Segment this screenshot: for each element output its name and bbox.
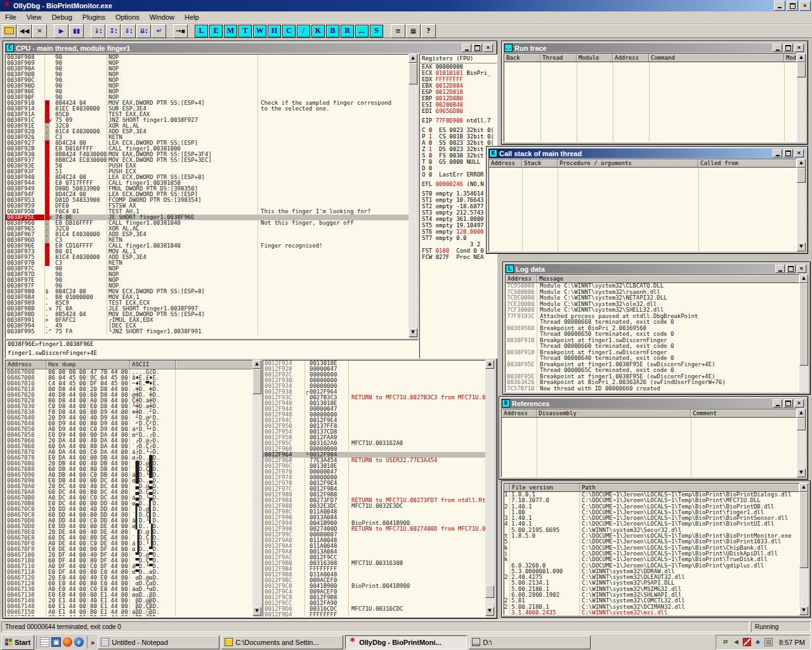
scroll-thumb[interactable] xyxy=(797,62,806,77)
dump-row[interactable]: 00467158C0 E1 44 00D0 E1 44 00└βD.╨βD. xyxy=(6,615,253,617)
disasm-row[interactable]: 0038F98B.v7E 0AJLE SHORT finger1.0038F99… xyxy=(6,306,409,312)
scroll-down-icon[interactable]: ▼ xyxy=(797,242,806,251)
disasm-row[interactable]: 0038F953.D81D 54833900FCOMP DWORD PTR DS… xyxy=(6,197,409,203)
dump-row[interactable]: 004670F0A0 DE 44 00C0 DE 44 00á▐D.└▐D. xyxy=(6,541,253,547)
menu-help[interactable]: Help xyxy=(180,12,204,22)
stack-row[interactable]: 0012F92C 00000000 xyxy=(263,372,486,378)
module-row[interactable]: 25.81C:\WINNT\system32\COMCTL32.dll xyxy=(504,598,799,604)
scroll-thumb[interactable] xyxy=(799,492,808,568)
log-row[interactable]: 7CF30000Module C:\WINNT\system32\SHELL32… xyxy=(506,307,799,314)
menu-file[interactable]: File xyxy=(0,12,22,22)
dump-row[interactable]: 0046710020 DF 44 0040 DF 44 00 ▀D.@▀D. xyxy=(6,552,253,558)
run-trace-scrollbar[interactable]: ▲ xyxy=(797,53,806,142)
stack-row[interactable]: 0012F95C 003162A0MFC71U.003162A0 xyxy=(263,441,486,446)
disasm-row[interactable]: 0038F944.E8 0717FFFFCALL finger1.0038105… xyxy=(6,180,409,186)
tray-device-icon[interactable]: ▤ xyxy=(764,638,773,646)
disasm-row[interactable]: 0038F90F 90NOP xyxy=(6,95,409,100)
start-button[interactable]: Start xyxy=(1,635,34,650)
quicklaunch-internet-explorer-icon[interactable]: e xyxy=(74,637,84,647)
log-row[interactable]: Thread 00000668 terminated, exit code 0 xyxy=(506,319,799,326)
modules-scrollbar[interactable]: ▲ ▼ xyxy=(799,483,808,615)
stack-row[interactable]: 0012F9D0 00316CDCMFC71U.00316CDC xyxy=(263,606,486,612)
disasm-row[interactable]: 0038F95B.F6C4 01TEST AH,1This the finger… xyxy=(6,209,409,215)
scroll-down-icon[interactable]: ▼ xyxy=(252,607,261,616)
stack-row[interactable]: 0012F9CC 0012FA90 xyxy=(263,600,486,606)
restore-button[interactable] xyxy=(787,1,798,11)
taskbar-task-notepad[interactable]: Untitled - Notepad xyxy=(98,635,219,649)
quicklaunch-network-icon[interactable]: ▣ xyxy=(51,637,61,647)
scroll-up-icon[interactable]: ▲ xyxy=(799,483,808,492)
dump-scrollbar[interactable]: ▲ ▼ xyxy=(252,360,261,616)
dump-row[interactable]: 00467010C4 04 45 00DF 04 45 00─♦E.▀♦E. xyxy=(6,381,253,387)
stack-row[interactable]: 0012F9BC 009ACEF0 xyxy=(263,578,486,583)
stack-row[interactable]: 0012F948 00000000 xyxy=(263,412,486,418)
stack-row[interactable]: 0012F958 0012FAA0 xyxy=(263,435,486,441)
stack-row[interactable]: 0012F9A0 011A0048 xyxy=(263,538,486,543)
stack-row[interactable]: 0012F980 0012F9B8 xyxy=(263,492,486,498)
register-line[interactable]: EFL 00000246 (NO,N xyxy=(420,181,497,187)
log-data-titlebar[interactable]: L Log data × xyxy=(505,264,808,274)
dump-row[interactable]: 00467058E0 D9 44 0000 DA 44 00α┘D..┌D. xyxy=(6,432,253,438)
animate-over-icon[interactable]: ⇊: xyxy=(136,24,151,38)
register-line[interactable]: ECX 01010101 BioPri_ xyxy=(420,70,497,76)
log-row[interactable]: 77F9193CAttached process paused at ntdll… xyxy=(506,314,799,320)
register-line[interactable]: O 0 LastErr ERROR xyxy=(420,171,497,178)
run-trace-maximize-button[interactable] xyxy=(783,44,793,52)
register-line[interactable]: D 0 xyxy=(420,165,497,171)
quicklaunch-media-player-icon[interactable] xyxy=(63,637,72,647)
dump-row[interactable]: 0046710860 DF 44 0080 DF 44 00`▀D.Ç▀D. xyxy=(6,558,253,564)
disasm-row[interactable]: 0038F91A.85C0TEST EAX,EAX xyxy=(6,112,409,117)
minimize-button[interactable] xyxy=(774,1,785,11)
disasm-row[interactable]: 0038F940.8D4C24 08LEA ECX,DWORD PTR SS:[… xyxy=(6,175,409,180)
module-row[interactable]: 5.00.2180.1C:\WINNT\system32\MSIMG32.dll xyxy=(504,587,799,592)
tray-alert-icon[interactable] xyxy=(743,638,751,646)
register-line[interactable]: EDX FFFFFFFF xyxy=(420,76,497,83)
scroll-up-icon[interactable]: ▲ xyxy=(252,360,261,369)
dump-row[interactable]: 004670B8E0 DC 44 0000 DD 44 00α▄D..▌D. xyxy=(6,501,253,507)
module-row[interactable]: 5C:\DOCUME~1\Jeroen\LOCALS~1\Temp\BioPri… xyxy=(504,539,799,545)
stack-row[interactable]: 0012F9B4 FFFFFFFF xyxy=(263,566,486,572)
log-row[interactable]: 7C57B710New thread with ID 00000660 crea… xyxy=(506,386,799,392)
module-row[interactable]: 6.0.3260.0C:\DOCUME~1\Jeroen\LOCALS~1\Te… xyxy=(504,563,799,569)
stack-row[interactable]: 0012F9C8 0012F9B8 xyxy=(263,595,486,600)
taskbar-task-olly[interactable]: *OllyDbg - BioPrintMoni... xyxy=(345,635,467,649)
module-row[interactable]: 6.00.2800.1902C:\WINNT\system32\SHLWAPI.… xyxy=(504,592,799,598)
dump-row[interactable]: 0046702880 D8 44 00A0 D8 44 00Ç╪D.á╪D. xyxy=(6,398,253,404)
stack-row[interactable]: 0012F94C 0012F9E4 xyxy=(263,418,486,423)
call-stack-close-button[interactable]: × xyxy=(794,149,804,157)
disasm-row[interactable]: 0038F93F.51PUSH ECX xyxy=(6,169,409,175)
references-minimize-button[interactable] xyxy=(773,399,782,408)
toolbar-letter-t[interactable]: T xyxy=(239,25,252,37)
disasm-row[interactable]: 0038F91C.v75 09JNZ SHORT finger1.0038F92… xyxy=(6,117,409,123)
dump-row[interactable]: 00467050A0 D9 44 00C0 D9 44 00á┘D.└┘D. xyxy=(6,427,253,432)
register-line[interactable]: ST1 empty 10.76643 xyxy=(420,197,497,203)
scroll-up-icon[interactable]: ▲ xyxy=(485,360,494,369)
toolbar-letter-c[interactable]: C xyxy=(282,25,296,37)
dump-row[interactable]: 00467130A0 E0 44 00C0 E0 44 00áαD.└αD. xyxy=(6,587,253,592)
stack-row[interactable]: 0012F97C 0012F9B4 xyxy=(263,486,486,492)
log-close-button[interactable]: × xyxy=(797,265,806,273)
cpu-maximize-button[interactable] xyxy=(473,44,482,52)
pause-icon[interactable]: ▮▮ xyxy=(69,24,84,38)
stack-row[interactable]: 0012F930 00000000 xyxy=(263,378,486,383)
register-line[interactable]: ESP 0012D818 xyxy=(420,89,497,95)
module-row[interactable]: 31.40.1C:\DOCUME~1\Jeroen\LOCALS~1\Temp\… xyxy=(504,515,799,521)
help-icon[interactable]: ? xyxy=(421,24,436,38)
toolbar-letter-l[interactable]: L xyxy=(195,25,208,37)
log-maximize-button[interactable] xyxy=(786,265,796,273)
disasm-row[interactable]: 0038F980$8B4C24 08MOV ECX,DWORD PTR SS:[… xyxy=(6,289,409,295)
log-row[interactable]: 0038F910Breakpoint at finger1.swDiscernF… xyxy=(506,350,799,356)
stack-row[interactable]: 0012F994 0041B900BioPrint.0041B900 xyxy=(263,521,486,526)
disasm-row[interactable]: 0038F967.81C4 E4030000ADD ESP,3E4 xyxy=(6,232,409,237)
register-line[interactable]: ST5 empty 19.10497 xyxy=(420,222,497,229)
disasm-row[interactable]: 0038F959.DFE0FSTSW AX xyxy=(6,203,409,209)
log-row[interactable]: Thread 00000640 terminated, exit code 0 xyxy=(506,355,799,362)
module-row[interactable]: kC:\DOCUME~1\Jeroen\LOCALS~1\Temp\BioPri… xyxy=(504,545,799,551)
stack-row[interactable]: 0012F964└0012F984 xyxy=(263,452,486,458)
appearance-icon[interactable]: ▦ xyxy=(406,24,421,38)
log-row[interactable]: 7CDC0000Module C:\WINNT\system32\NETAPI3… xyxy=(506,295,799,302)
stack-row[interactable]: 0012F968 77E3A454RETURN to USER32.77E3A4… xyxy=(263,458,486,463)
disasm-row[interactable]: 0038F98D.8B5424 04MOV EDX,DWORD PTR SS:[… xyxy=(6,312,409,317)
register-line[interactable]: 3 2 xyxy=(420,241,497,248)
disasm-row[interactable]: 0038F973.B0 01MOV AL,1 xyxy=(6,249,409,255)
